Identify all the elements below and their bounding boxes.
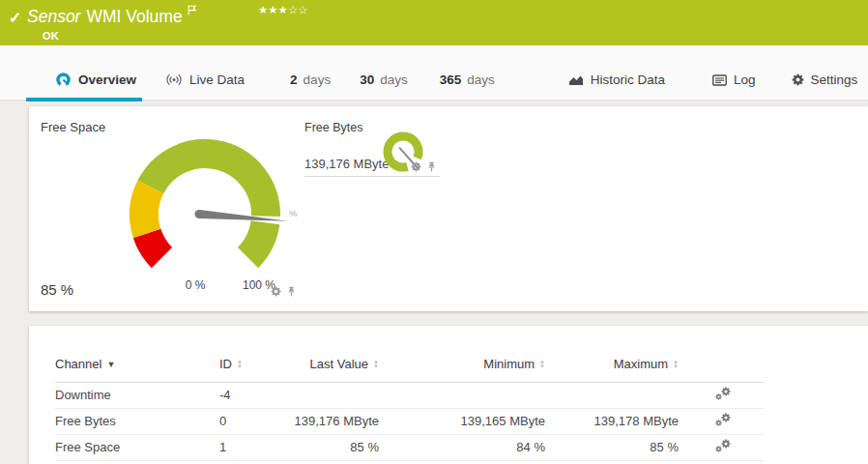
gear-icon: [792, 73, 804, 86]
col-label: Last Value: [310, 357, 368, 371]
tab-label: Overview: [78, 72, 136, 87]
sensor-header: ✓ SensorWMI Volume ★★★☆☆ OK: [0, 0, 868, 45]
log-list-icon: [712, 74, 727, 86]
cell-id: 1: [219, 434, 293, 460]
table-row[interactable]: Free Space 1 85 % 84 % 85 %: [55, 434, 764, 460]
col-label: Minimum: [483, 357, 535, 371]
tab-unit: days: [467, 72, 495, 87]
channel-settings-icon[interactable]: [715, 416, 733, 430]
cell-id: 0: [219, 408, 293, 434]
tab-label: Settings: [811, 72, 858, 87]
cell-maximum: 139,178 MByte: [551, 408, 684, 434]
sort-icon: ▲▼: [237, 360, 243, 369]
tab-30-days[interactable]: 30 days: [360, 60, 408, 100]
col-label: Maximum: [614, 357, 668, 371]
page-title: SensorWMI Volume: [27, 7, 197, 27]
col-header-maximum[interactable]: Maximum▲▼: [551, 347, 684, 382]
tab-live-data[interactable]: Live Data: [165, 60, 245, 100]
status-check-icon: ✓: [9, 9, 21, 27]
priority-stars[interactable]: ★★★☆☆: [258, 3, 308, 16]
cell-minimum: 84 %: [385, 434, 551, 460]
cell-maximum: [551, 382, 684, 408]
col-header-minimum[interactable]: Minimum▲▼: [385, 347, 551, 382]
tab-unit: days: [304, 72, 332, 87]
tab-2-days[interactable]: 2 days: [290, 60, 331, 100]
tab-label: Log: [734, 72, 756, 87]
gauge-unit-label: %: [289, 208, 298, 218]
col-header-last-value[interactable]: Last Value▲▼: [293, 347, 385, 382]
stars-filled: ★★★: [258, 4, 288, 15]
cell-last-value: [293, 382, 385, 408]
cell-last-value: 85 %: [293, 434, 385, 460]
gauge-toolbar: [271, 286, 297, 297]
pin-icon[interactable]: [426, 161, 437, 172]
sensor-name: WMI Volume: [86, 7, 182, 26]
sort-icon: ▲▼: [673, 360, 679, 369]
free-bytes-value: 139,176 MByte: [304, 157, 389, 171]
channels-table: Channel▼ ID▲▼ Last Value▲▼ Minimum▲▼ Max…: [55, 347, 764, 461]
area-chart-icon: [568, 73, 584, 86]
gear-icon[interactable]: [411, 161, 421, 172]
tab-number: 2: [290, 72, 298, 87]
gauge-toolbar: [411, 161, 437, 172]
sort-icon: ▲▼: [373, 360, 379, 369]
cell-minimum: [385, 382, 551, 408]
cell-channel[interactable]: Free Bytes: [55, 408, 219, 434]
cell-minimum: 139,165 MByte: [385, 408, 551, 434]
tab-label: Live Data: [189, 72, 245, 87]
tab-label: Historic Data: [591, 72, 665, 87]
col-label: ID: [219, 357, 232, 371]
col-header-actions: [684, 347, 764, 382]
table-row[interactable]: Free Bytes 0 139,176 MByte 139,165 MByte…: [55, 408, 764, 434]
col-header-channel[interactable]: Channel▼: [55, 347, 219, 382]
priority-flag-icon[interactable]: [188, 5, 197, 15]
sort-desc-icon: ▼: [106, 360, 115, 369]
tab-number: 365: [440, 72, 462, 87]
tab-number: 30: [360, 72, 374, 87]
tab-365-days[interactable]: 365 days: [440, 60, 495, 100]
cell-id: -4: [219, 382, 293, 408]
cell-last-value: 139,176 MByte: [293, 408, 385, 434]
col-label: Channel: [55, 357, 101, 371]
broadcast-icon: [165, 73, 183, 86]
status-badge: OK: [43, 30, 59, 42]
tab-bar: Overview Live Data 2 days 30 days 365 da…: [0, 45, 868, 102]
channels-panel: Channel▼ ID▲▼ Last Value▲▼ Minimum▲▼ Max…: [29, 326, 868, 464]
gauge-min-label: 0 %: [176, 278, 215, 292]
tab-historic-data[interactable]: Historic Data: [568, 60, 665, 100]
gauge-icon: [55, 72, 72, 88]
free-space-value: 85 %: [41, 281, 73, 298]
col-header-id[interactable]: ID▲▼: [219, 347, 293, 382]
gauge-title-free-bytes: Free Bytes: [304, 121, 362, 134]
table-header-row: Channel▼ ID▲▼ Last Value▲▼ Minimum▲▼ Max…: [55, 347, 764, 382]
channel-settings-icon[interactable]: [715, 390, 733, 404]
gear-icon[interactable]: [271, 286, 281, 297]
sensor-kicker: Sensor: [27, 7, 80, 26]
gauge-title-free-space: Free Space: [41, 120, 105, 134]
stars-empty: ☆☆: [288, 4, 308, 15]
pin-icon[interactable]: [286, 286, 297, 297]
overview-gauges-panel: Free Space % 0 % 100 % 85 % Free Bytes 1…: [29, 106, 868, 311]
tab-settings[interactable]: Settings: [792, 60, 858, 100]
tab-unit: days: [380, 72, 408, 87]
table-row[interactable]: Downtime -4: [55, 382, 764, 408]
cell-maximum: 85 %: [551, 434, 684, 460]
cell-channel[interactable]: Free Space: [55, 434, 219, 460]
free-space-gauge: %: [114, 112, 336, 305]
channel-settings-icon[interactable]: [715, 442, 733, 456]
tab-overview[interactable]: Overview: [55, 60, 136, 100]
sort-icon: ▲▼: [539, 360, 545, 369]
cell-channel[interactable]: Downtime: [55, 382, 219, 408]
tab-log[interactable]: Log: [712, 60, 756, 100]
